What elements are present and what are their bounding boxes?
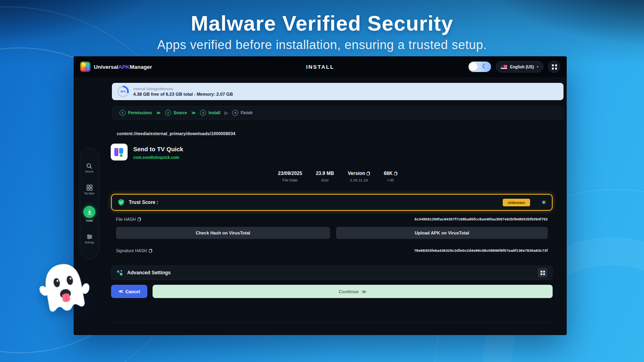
apk-meta-row: 23/09/2025 File Date 23.9 MB Size Versio… (112, 171, 564, 182)
file-hash-label: File HASH (116, 217, 136, 222)
app-brand: UniversalAPKManager (80, 62, 152, 72)
stepper-step-source[interactable]: 2 Source (165, 110, 187, 116)
storage-detail: 4.38 GB free of 6.23 GB total - Memory: … (133, 92, 233, 97)
shield-icon (118, 199, 125, 206)
advanced-settings-bar[interactable]: Advanced Settings (111, 265, 553, 280)
trust-score-row: Trust Score : Unknown ✳ (111, 194, 553, 211)
language-selector[interactable]: English (US) ▾ (496, 61, 543, 72)
step-number: 4 (232, 110, 238, 116)
snowflake-icon[interactable]: ✳ (541, 199, 546, 206)
step-label: Install (208, 111, 220, 115)
topbar-controls: ☾ English (US) ▾ (469, 61, 560, 73)
moon-icon: ☾ (482, 63, 487, 70)
stage: Malware Verified Security Apps verified … (0, 0, 644, 362)
expand-button[interactable] (538, 268, 547, 278)
check-hash-button[interactable]: Check Hash on VirusTotal (116, 227, 330, 239)
storage-label: Internal Storage/Memory (133, 87, 233, 91)
brand-part-2: APK (118, 64, 130, 70)
stepper-step-finish[interactable]: 4 Finish (232, 110, 252, 116)
install-stepper: 1 Permissions ≫ 2 Source ≫ 3 Install ▷ 4… (112, 106, 564, 119)
app-package: com.sendtotvquick.com (133, 155, 179, 160)
cancel-button[interactable]: ≪ Cancel (111, 285, 147, 298)
sidebar-item-label: My Apps (85, 192, 95, 195)
meta-value: Version (348, 171, 365, 176)
step-separator-icon: ≫ (192, 111, 196, 115)
meta-size: 23.9 MB Size (316, 171, 334, 182)
sidebar-item-label: Install (86, 219, 93, 222)
trust-score-badge: Unknown (503, 199, 530, 206)
stepper-step-install[interactable]: 3 Install (200, 110, 220, 116)
copy-icon[interactable] (149, 249, 152, 253)
meta-value: 23/09/2025 (278, 171, 302, 176)
brand-part-1: Universal (94, 64, 118, 70)
meta-version: Version 2.25.11.19 (348, 171, 370, 182)
step-number: 1 (120, 110, 126, 116)
sidebar-item-my-apps[interactable]: My Apps (85, 185, 95, 195)
meta-file-date: 23/09/2025 File Date (278, 171, 302, 182)
sidebar-item-search[interactable]: Search (85, 163, 94, 173)
hero-title: Malware Verified Security (0, 11, 644, 35)
settings-icon (87, 234, 93, 240)
file-path: content://media/external_primary/downloa… (117, 131, 235, 136)
copy-icon[interactable] (394, 172, 397, 175)
toggle-knob (470, 63, 478, 71)
grid-icon (552, 64, 557, 70)
sidebar-item-label: Settings (85, 241, 94, 244)
footer-divider (110, 322, 553, 322)
app-name: Send to TV Quick (133, 146, 183, 152)
step-label: Permissions (128, 111, 152, 115)
step-label: Finish (241, 111, 252, 115)
signature-hash-row: Signature HASH 78e98303fe6a436325c2dfe0c… (116, 248, 548, 253)
advanced-settings-icon (116, 269, 123, 276)
meta-label: Size (316, 178, 334, 182)
file-hash-value: 5c349591299fac94357f7c98ba9bfcc8a448faa3… (415, 217, 548, 221)
language-label: English (US) (510, 65, 534, 69)
step-number: 3 (200, 110, 206, 116)
upload-apk-button[interactable]: Upload APK on VirusTotal (336, 227, 548, 239)
app-window: UniversalAPKManager INSTALL ☾ English (U… (74, 56, 567, 335)
my-apps-icon (87, 185, 93, 191)
trust-score-label: Trust Score : (129, 200, 158, 205)
sidebar-item-label: Search (85, 170, 94, 173)
signature-hash-value: 78e98303fe6a436325c2dfe0c2d4e96c98c08996… (414, 249, 548, 253)
copy-icon[interactable] (367, 172, 370, 175)
hero-subtitle: Apps verified before installation, ensur… (0, 38, 644, 52)
signature-hash-label: Signature HASH (116, 248, 147, 253)
step-number: 2 (165, 110, 171, 116)
us-flag-icon (501, 65, 507, 69)
stepper-step-permissions[interactable]: 1 Permissions (120, 110, 152, 116)
advanced-settings-label: Advanced Settings (127, 270, 171, 276)
meta-label: 2.25.11.19 (348, 178, 370, 182)
chevron-down-icon: ▾ (537, 65, 539, 69)
sidebar: Search My Apps Install (80, 148, 99, 259)
sidebar-item-settings[interactable]: Settings (85, 234, 94, 244)
storage-progress-ring: 30% (117, 86, 129, 97)
install-active-circle (83, 206, 95, 218)
cancel-label: Cancel (126, 289, 140, 294)
meta-downloads: 68K I-30 (384, 171, 397, 182)
meta-value: 68K (384, 171, 392, 176)
chevrons-left-icon: ≪ (118, 289, 123, 294)
brand-name: UniversalAPKManager (94, 64, 152, 70)
ghost-emoji (34, 257, 97, 328)
dark-mode-toggle[interactable]: ☾ (469, 62, 491, 72)
step-separator-icon: ▷ (225, 111, 228, 115)
copy-icon[interactable] (138, 218, 141, 221)
meta-value: 23.9 MB (316, 171, 334, 176)
expand-icon (541, 271, 545, 275)
storage-percent: 30% (119, 87, 127, 96)
sidebar-item-install[interactable]: Install (83, 206, 95, 222)
page-title: INSTALL (306, 64, 334, 70)
app-topbar: UniversalAPKManager INSTALL ☾ English (U… (74, 56, 567, 77)
send-to-tv-icon (114, 147, 124, 157)
continue-button[interactable]: Continue ≫ (153, 285, 553, 298)
step-label: Source (173, 111, 187, 115)
continue-label: Continue (339, 289, 359, 294)
menu-button[interactable] (548, 61, 560, 73)
meta-label: File Date (278, 178, 302, 182)
storage-card: 30% Internal Storage/Memory 4.38 GB free… (112, 83, 564, 100)
step-separator-icon: ≫ (156, 111, 160, 115)
brand-part-3: Manager (130, 64, 152, 70)
chevrons-right-icon: ≫ (361, 289, 366, 294)
search-icon (86, 163, 92, 169)
